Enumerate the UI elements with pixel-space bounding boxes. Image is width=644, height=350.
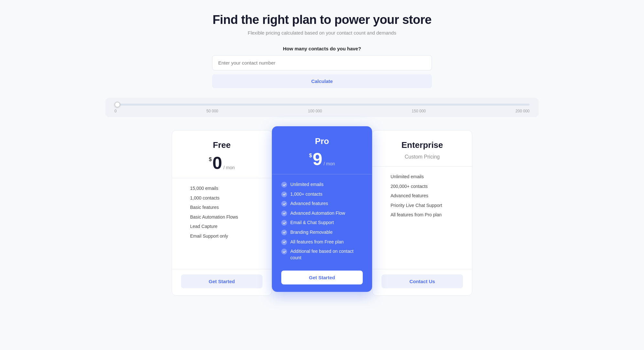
feature-item: Email & Chat Support (281, 220, 363, 226)
check-icon (281, 191, 287, 197)
check-icon (181, 214, 187, 220)
feature-item: Branding Removable (281, 229, 363, 236)
feature-text: Email Support only (190, 233, 228, 240)
check-icon (181, 186, 187, 191)
slider-labels: 0 50 000 100 000 150 000 200 000 (114, 109, 530, 113)
feature-text: 200,000+ contacts (391, 183, 428, 190)
page-title: Find the right plan to power your store (212, 13, 431, 27)
slider-label-50k: 50 000 (206, 109, 218, 113)
slider-label-150k: 150 000 (412, 109, 426, 113)
feature-text: Unlimited emails (290, 181, 324, 188)
plan-header-enterprise: Enterprise Custom Pricing (372, 130, 472, 167)
feature-text: Priority Live Chat Support (391, 202, 442, 209)
slider-label-100k: 100 000 (308, 109, 322, 113)
feature-item: 200,000+ contacts (381, 183, 463, 190)
plan-features-enterprise: Unlimited emails 200,000+ contacts Advan (372, 167, 472, 269)
plan-features-pro: Unlimited emails 1,000+ contacts Advance (272, 174, 372, 268)
plan-card-free: Free $ 0 / mon 15,000 emails (172, 130, 272, 296)
plan-footer-pro: Get Started (272, 268, 372, 292)
plan-cta-pro[interactable]: Get Started (281, 271, 363, 284)
feature-item: All features from Pro plan (381, 212, 463, 218)
contact-number-input[interactable] (212, 55, 432, 70)
feature-text: Basic Automation Flows (190, 214, 238, 221)
feature-item: Unlimited emails (381, 174, 463, 180)
slider-label-200k: 200 000 (516, 109, 530, 113)
plans-container: Free $ 0 / mon 15,000 emails (160, 130, 484, 296)
feature-text: Advanced features (391, 193, 428, 199)
plan-custom-enterprise: Custom Pricing (381, 154, 463, 160)
feature-item: Unlimited emails (281, 181, 363, 188)
feature-item: Advanced features (281, 201, 363, 207)
check-icon (381, 212, 387, 218)
feature-text: All features from Free plan (290, 239, 344, 245)
feature-item: 1,000+ contacts (281, 191, 363, 198)
plan-cta-enterprise[interactable]: Contact Us (381, 274, 463, 288)
feature-item: Priority Live Chat Support (381, 202, 463, 209)
feature-item: 15,000 emails (181, 185, 263, 192)
check-icon (181, 205, 187, 211)
check-icon (281, 230, 287, 235)
check-icon (281, 211, 287, 216)
feature-text: Email & Chat Support (290, 220, 334, 226)
plan-currency-pro: $ (309, 150, 312, 159)
page-header: Find the right plan to power your store … (212, 13, 431, 36)
plan-name-enterprise: Enterprise (381, 140, 463, 150)
check-icon (281, 201, 287, 207)
plan-price-free: 0 (212, 154, 222, 171)
feature-text: Basic features (190, 204, 219, 211)
feature-item: Advanced Automation Flow (281, 210, 363, 217)
feature-item: Basic features (181, 204, 263, 211)
plan-header-pro: Pro $ 9 / mon (272, 127, 372, 174)
slider-section: 0 50 000 100 000 150 000 200 000 (105, 98, 539, 117)
plan-footer-enterprise: Contact Us (372, 269, 472, 295)
feature-item: Advanced features (381, 193, 463, 199)
feature-text: Branding Removable (290, 229, 333, 236)
plan-period-pro: / mon (324, 161, 335, 166)
check-icon (381, 193, 387, 199)
plan-name-pro: Pro (281, 136, 363, 146)
feature-text: 15,000 emails (190, 185, 218, 192)
check-icon (381, 203, 387, 209)
check-icon (381, 184, 387, 190)
slider-thumb[interactable] (114, 102, 120, 108)
feature-item: Email Support only (181, 233, 263, 240)
slider-track[interactable] (114, 104, 530, 106)
plan-footer-free: Get Started (172, 269, 272, 295)
contact-label: How many contacts do you have? (212, 46, 432, 51)
plan-cta-free[interactable]: Get Started (181, 274, 263, 288)
check-icon (181, 195, 187, 201)
feature-text: Advanced features (290, 201, 328, 207)
plan-price-wrap-free: $ 0 / mon (181, 154, 263, 171)
feature-text: Lead Capture (190, 223, 218, 230)
feature-text: 1,000 contacts (190, 195, 220, 201)
feature-item: All features from Free plan (281, 239, 363, 245)
feature-text: Additional fee based on contact count (290, 248, 363, 261)
plan-features-free: 15,000 emails 1,000 contacts Basic featu (172, 178, 272, 269)
feature-item: 1,000 contacts (181, 195, 263, 201)
feature-text: All features from Pro plan (391, 212, 442, 218)
contact-section: How many contacts do you have? Calculate (212, 46, 432, 88)
check-icon (181, 224, 187, 230)
check-icon (281, 249, 287, 254)
plan-name-free: Free (181, 140, 263, 150)
slider-label-0: 0 (114, 109, 117, 113)
feature-text: 1,000+ contacts (290, 191, 322, 198)
check-icon (381, 174, 387, 180)
feature-text: Advanced Automation Flow (290, 210, 345, 217)
plan-price-wrap-pro: $ 9 / mon (281, 150, 363, 168)
calculate-button[interactable]: Calculate (212, 74, 432, 88)
check-icon (281, 182, 287, 188)
page-subtitle: Flexible pricing calculated based on you… (212, 30, 431, 36)
plan-price-pro: 9 (313, 150, 322, 168)
feature-item: Basic Automation Flows (181, 214, 263, 221)
feature-item: Additional fee based on contact count (281, 248, 363, 261)
plan-card-enterprise: Enterprise Custom Pricing Unlimited emai… (372, 130, 472, 296)
plan-period-free: / mon (223, 165, 235, 170)
plan-header-free: Free $ 0 / mon (172, 130, 272, 178)
feature-text: Unlimited emails (391, 174, 424, 180)
check-icon (281, 239, 287, 245)
check-icon (281, 220, 287, 226)
feature-item: Lead Capture (181, 223, 263, 230)
plan-card-pro: Pro $ 9 / mon Unlimited emails (272, 126, 372, 292)
check-icon (181, 233, 187, 239)
